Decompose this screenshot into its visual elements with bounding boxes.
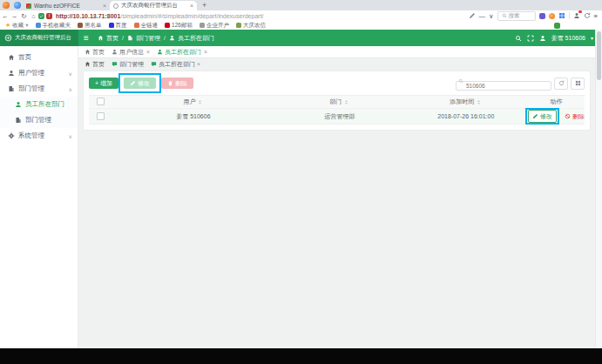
row-edit-button[interactable]: 修改	[528, 110, 557, 123]
tab-close-icon[interactable]: ×	[103, 3, 106, 9]
sync-icon[interactable]	[584, 12, 591, 19]
browser-search-box[interactable]: 搜索	[497, 11, 536, 21]
sidebar-toggle-icon[interactable]: ≡	[84, 30, 89, 46]
bookmark-item[interactable]: 企业开户	[200, 22, 229, 30]
row-delete-button[interactable]: 删除	[565, 112, 585, 121]
browser-window: Wanhu ezOFFICE × 大庆农商银行管理后台 × + ← → ↻ ⌂ …	[0, 0, 602, 364]
table-row: 姜雪 510606 运营管理部 2018-07-26 16:01:00 修改	[89, 109, 585, 125]
site-favicon	[113, 3, 118, 9]
close-icon[interactable]: ×	[146, 49, 150, 55]
browser-profile-icon[interactable]	[14, 2, 21, 9]
user-name[interactable]: 姜雪 510606	[551, 34, 585, 43]
breadcrumb-home[interactable]: 首页	[106, 34, 118, 43]
search-icon	[458, 78, 463, 84]
delete-button[interactable]: 删除	[161, 78, 193, 89]
page-tag-dept-mgmt[interactable]: 部门管理	[112, 60, 144, 69]
user-avatar-icon[interactable]	[539, 35, 546, 42]
breadcrumb-current: 员工所在部门	[178, 34, 214, 43]
browser-tab-strip: Wanhu ezOFFICE × 大庆农商银行管理后台 × +	[0, 0, 602, 10]
page-tag-home[interactable]: 首页	[85, 60, 105, 69]
close-icon[interactable]: ×	[197, 61, 200, 67]
add-button[interactable]: + 增加	[89, 78, 118, 89]
breadcrumb-separator: /	[122, 35, 124, 41]
bookmark-item[interactable]: 大庆农信	[236, 22, 266, 30]
select-all-checkbox[interactable]	[97, 98, 105, 105]
sidebar-item-home[interactable]: 首页	[0, 50, 78, 65]
tab-title: Wanhu ezOFFICE	[34, 3, 100, 9]
sort-icon[interactable]	[343, 99, 349, 105]
extension-icon-2[interactable]	[549, 13, 555, 19]
profile-icon[interactable]	[573, 12, 580, 19]
sort-icon[interactable]	[476, 99, 482, 105]
bookmark-manager-icon[interactable]	[554, 23, 560, 29]
home-icon	[98, 35, 104, 41]
browser-search-label: 搜索	[509, 12, 520, 20]
edit-page-icon[interactable]	[469, 12, 476, 19]
app-navbar: 大庆农商银行管理后台 ≡ 首页 / 部门管理 / 员工所在部门 姜雪 51060…	[0, 30, 602, 46]
extension-icon-1[interactable]	[539, 13, 545, 19]
bookmark-favorites[interactable]: ★收藏▾	[5, 22, 29, 30]
bookmark-item[interactable]: 全链通	[134, 22, 159, 30]
bookmark-item[interactable]: 126邮箱	[165, 22, 193, 30]
chevron-down-icon: ∨	[69, 71, 72, 77]
reload-button[interactable]: ↻	[19, 12, 29, 20]
home-icon	[8, 54, 15, 61]
close-icon[interactable]: ×	[204, 49, 207, 55]
bookmark-favicon	[36, 23, 41, 28]
app-logo[interactable]: 大庆农商银行管理后台	[0, 30, 78, 46]
browser-logo-icon[interactable]	[3, 2, 10, 9]
tab-close-icon[interactable]: ×	[190, 3, 193, 9]
sidebar-item-employee-dept[interactable]: 员工所在部门	[0, 97, 78, 112]
warning-badge-icon[interactable]: !	[46, 13, 52, 19]
minimize-toolbar-icon[interactable]: —	[479, 12, 486, 20]
url-text[interactable]: http://10.10.13.71:8001/simpleadmin/#/si…	[56, 13, 465, 19]
page-scrollbar[interactable]	[595, 30, 602, 348]
tab-user-info[interactable]: 用户信息 ×	[112, 48, 150, 57]
tab-home[interactable]: 首页	[85, 48, 105, 57]
sidebar-item-system-mgmt[interactable]: 系统管理 ∨	[0, 128, 78, 144]
bookmark-favicon	[200, 23, 205, 28]
new-tab-button[interactable]: +	[202, 1, 206, 10]
browser-tab-admin[interactable]: 大庆农商银行管理后台 ×	[110, 1, 197, 10]
tab-employee-dept[interactable]: 员工所在部门 ×	[157, 48, 207, 57]
search-icon[interactable]	[515, 35, 522, 42]
scrollbar-thumb[interactable]	[597, 31, 601, 80]
sort-icon[interactable]	[197, 99, 203, 105]
table-search-input[interactable]	[456, 81, 551, 91]
bookmark-favicon	[78, 23, 83, 28]
chevron-down-icon[interactable]: ∨	[489, 12, 494, 20]
browser-menu-icon[interactable]: ≡	[594, 12, 598, 20]
breadcrumb: 首页 / 部门管理 / 员工所在部门	[98, 30, 214, 46]
columns-button[interactable]	[571, 78, 585, 90]
apps-grid-icon[interactable]	[558, 12, 565, 19]
bookmark-item[interactable]: 手机收藏夹	[36, 22, 71, 30]
chevron-down-icon: ∨	[69, 133, 72, 139]
table-header-row: 用户 部门 添加时间 动作	[89, 96, 585, 109]
chevron-up-icon: ∧	[69, 86, 72, 92]
sidebar-item-user-mgmt[interactable]: 用户管理 ∨	[0, 65, 78, 81]
forward-button[interactable]: →	[10, 12, 19, 20]
app-title: 大庆农商银行管理后台	[15, 34, 71, 42]
row-checkbox[interactable]	[97, 112, 105, 120]
secure-shield-icon[interactable]	[38, 13, 44, 19]
sidebar-item-dept-mgmt-sub[interactable]: 部门管理	[0, 112, 78, 128]
data-table: 用户 部门 添加时间 动作 姜雪 510606 运营管理部 2018-07-26…	[89, 95, 585, 125]
home-button[interactable]: ⌂	[29, 12, 38, 20]
sidebar-item-dept-mgmt[interactable]: 部门管理 ∧	[0, 81, 78, 97]
header-time[interactable]: 添加时间	[404, 96, 528, 109]
bookmark-item[interactable]: 百度	[109, 22, 127, 30]
bookmark-item[interactable]: 黑名单	[78, 22, 102, 30]
bookmarks-bar-right	[554, 23, 560, 29]
edit-button[interactable]: 修改	[124, 78, 156, 89]
fullscreen-icon[interactable]	[527, 35, 534, 42]
back-button[interactable]: ←	[0, 12, 10, 20]
browser-tab-wanhu[interactable]: Wanhu ezOFFICE ×	[23, 1, 110, 10]
header-dept[interactable]: 部门	[275, 96, 404, 109]
refresh-button[interactable]	[554, 78, 568, 90]
caret-down-icon[interactable]: ▾	[591, 35, 593, 41]
page-tag-employee-dept[interactable]: 员工所在部门 ×	[151, 60, 200, 69]
header-user[interactable]: 用户	[112, 96, 275, 109]
cell-dept: 运营管理部	[275, 109, 404, 125]
breadcrumb-dept-mgmt[interactable]: 部门管理	[136, 34, 160, 43]
refresh-icon	[558, 80, 565, 86]
